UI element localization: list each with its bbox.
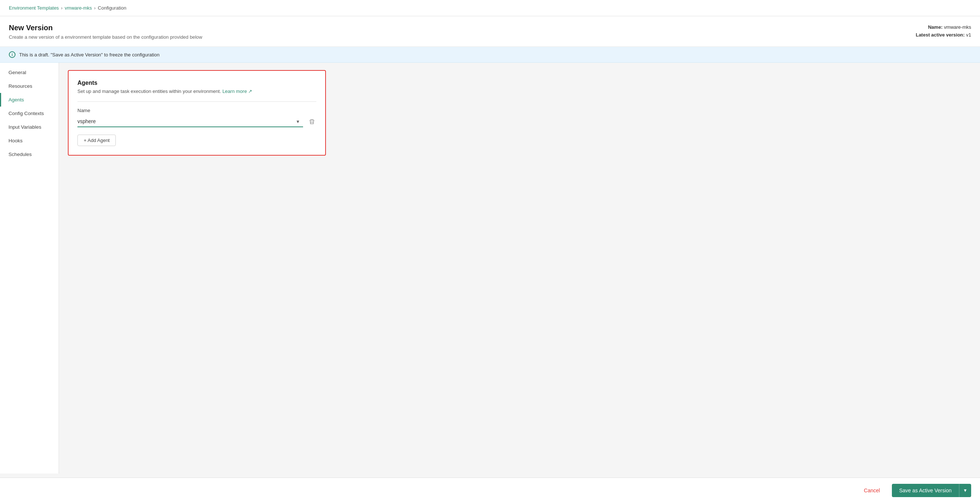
breadcrumb-env-templates[interactable]: Environment Templates bbox=[9, 5, 59, 11]
meta-name-label: Name: bbox=[928, 24, 943, 30]
trash-icon bbox=[309, 119, 315, 125]
breadcrumb-configuration: Configuration bbox=[98, 5, 126, 11]
sidebar-item-agents[interactable]: Agents bbox=[0, 93, 59, 107]
sidebar-item-input-variables[interactable]: Input Variables bbox=[0, 120, 59, 134]
agents-divider bbox=[78, 102, 317, 102]
breadcrumb-sep-1: › bbox=[61, 6, 63, 11]
agent-name-select[interactable]: vsphere bbox=[78, 116, 303, 127]
page-header-left: New Version Create a new version of a en… bbox=[9, 24, 202, 40]
main-content: General Resources Agents Config Contexts… bbox=[0, 63, 980, 503]
page-header-right: Name: vmware-mks Latest active version: … bbox=[916, 24, 971, 39]
footer: Cancel Save as Active Version ▼ bbox=[0, 478, 980, 503]
sidebar: General Resources Agents Config Contexts… bbox=[0, 63, 59, 473]
page-wrapper: Environment Templates › vmware-mks › Con… bbox=[0, 0, 980, 503]
info-banner-text: This is a draft. "Save as Active Version… bbox=[19, 52, 160, 57]
meta-version-row: Latest active version: v1 bbox=[916, 31, 971, 39]
sidebar-item-resources[interactable]: Resources bbox=[0, 79, 59, 93]
save-active-version-button[interactable]: Save as Active Version bbox=[892, 484, 959, 497]
save-dropdown-button[interactable]: ▼ bbox=[959, 484, 971, 497]
sidebar-item-general[interactable]: General bbox=[0, 66, 59, 79]
page-description: Create a new version of a environment te… bbox=[9, 34, 202, 40]
agents-card-desc: Set up and manage task execution entitie… bbox=[78, 89, 317, 94]
meta-version-label: Latest active version: bbox=[916, 32, 965, 38]
cancel-button[interactable]: Cancel bbox=[858, 485, 886, 497]
meta-name-row: Name: vmware-mks bbox=[916, 24, 971, 31]
breadcrumb-vmware-mks[interactable]: vmware-mks bbox=[65, 5, 92, 11]
agents-field-label: Name bbox=[78, 108, 317, 113]
meta-name-val: vmware-mks bbox=[944, 24, 971, 30]
agents-learn-more-link[interactable]: Learn more ↗ bbox=[222, 89, 252, 94]
agent-select-wrapper: vsphere ▼ bbox=[78, 116, 303, 127]
breadcrumb: Environment Templates › vmware-mks › Con… bbox=[0, 0, 980, 16]
agents-card-title: Agents bbox=[78, 80, 317, 86]
save-btn-group: Save as Active Version ▼ bbox=[892, 484, 971, 497]
sidebar-item-config-contexts[interactable]: Config Contexts bbox=[0, 107, 59, 120]
content-area: Agents Set up and manage task execution … bbox=[59, 63, 980, 473]
info-icon: i bbox=[9, 51, 16, 58]
breadcrumb-sep-2: › bbox=[94, 6, 95, 11]
meta-version-val: v1 bbox=[966, 32, 971, 38]
agent-row: vsphere ▼ bbox=[78, 116, 317, 127]
sidebar-item-schedules[interactable]: Schedules bbox=[0, 148, 59, 161]
add-agent-button[interactable]: + Add Agent bbox=[78, 135, 116, 146]
agents-card: Agents Set up and manage task execution … bbox=[68, 70, 326, 156]
agents-desc-text: Set up and manage task execution entitie… bbox=[78, 89, 221, 94]
sidebar-item-hooks[interactable]: Hooks bbox=[0, 134, 59, 148]
page-header: New Version Create a new version of a en… bbox=[0, 16, 980, 47]
info-banner: i This is a draft. "Save as Active Versi… bbox=[0, 47, 980, 63]
page-title: New Version bbox=[9, 24, 202, 32]
delete-agent-button[interactable] bbox=[307, 117, 317, 126]
